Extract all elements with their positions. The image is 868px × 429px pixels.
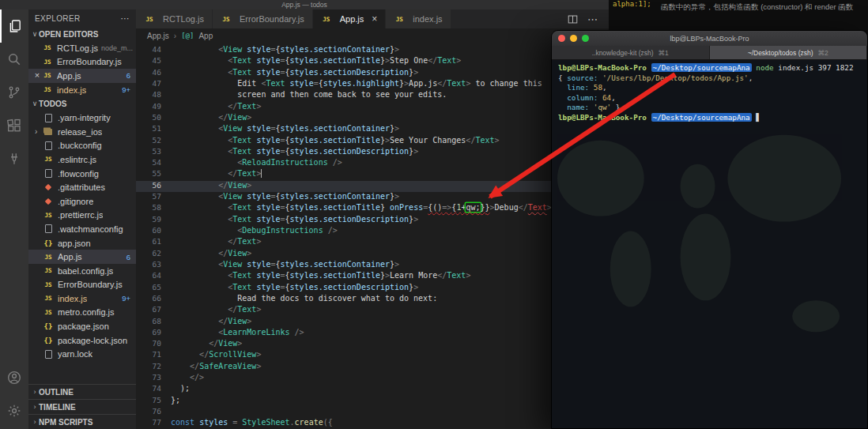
code-token: < bbox=[171, 226, 242, 235]
split-editor-icon[interactable] bbox=[568, 14, 578, 24]
source-control-icon[interactable] bbox=[0, 76, 28, 109]
close-window-button[interactable] bbox=[558, 35, 565, 42]
minimize-window-button[interactable] bbox=[570, 35, 577, 42]
terminal-token: line: bbox=[567, 83, 589, 92]
folder-header[interactable]: ∨ TODOS bbox=[28, 96, 136, 111]
open-editor-item[interactable]: ×JSApp.js6 bbox=[28, 69, 136, 83]
breadcrumb-symbol[interactable]: App bbox=[198, 32, 213, 40]
extensions-icon[interactable] bbox=[0, 109, 28, 142]
code-token: Text bbox=[232, 56, 251, 65]
code-token: < bbox=[171, 271, 232, 280]
explorer-icon[interactable] bbox=[0, 9, 28, 43]
terminal-titlebar[interactable]: lbp@LBPs-MacBook-Pro bbox=[552, 31, 867, 46]
line-number: 59 bbox=[136, 215, 171, 226]
tree-item[interactable]: .yarn-integrity bbox=[28, 111, 136, 125]
panel-npm-scripts[interactable]: ›NPM SCRIPTS bbox=[28, 414, 136, 429]
activity-bar bbox=[0, 9, 28, 429]
tab-rctlog.js[interactable]: JSRCTLog.js bbox=[136, 9, 213, 28]
tab-index.js[interactable]: JSindex.js bbox=[386, 9, 451, 28]
tree-item[interactable]: JSindex.js9+ bbox=[28, 292, 136, 306]
code-text: const styles = StyleSheet.create({ bbox=[171, 418, 333, 429]
tree-item[interactable]: JS.prettierrc.js bbox=[28, 209, 136, 223]
tree-item[interactable]: .gitignore bbox=[28, 194, 136, 209]
open-editors-header[interactable]: ∨ OPEN EDITORS bbox=[28, 27, 136, 41]
line-number: 61 bbox=[136, 237, 171, 248]
line-number: 44 bbox=[136, 45, 171, 56]
file-name: App.js bbox=[58, 252, 82, 262]
line-number: 49 bbox=[136, 102, 171, 113]
breadcrumb: App.js › [@] App bbox=[136, 28, 609, 43]
folder-label: TODOS bbox=[39, 100, 66, 108]
search-icon[interactable] bbox=[0, 43, 28, 76]
terminal-tab-shortcut: ⌘2 bbox=[818, 49, 828, 57]
terminal-token: index.js bbox=[778, 63, 813, 72]
code-token: styles.highlight bbox=[323, 79, 399, 88]
open-editor-item[interactable]: JSindex.js9+ bbox=[28, 83, 136, 97]
path-chip: ~/Desktop/sourcemapAna bbox=[651, 113, 752, 122]
code-text: }; bbox=[171, 396, 180, 407]
terminal-body[interactable]: lbp@LBPs-MacBook-Pro ~/Desktop/sourcemap… bbox=[552, 60, 867, 429]
tree-item[interactable]: {}package.json bbox=[28, 319, 136, 333]
line-number: 51 bbox=[136, 124, 171, 135]
tree-item[interactable]: .flowconfig bbox=[28, 167, 136, 181]
line-number: 52 bbox=[136, 136, 171, 147]
terminal-tab[interactable]: ~/Desktop/todos (zsh)⌘2 bbox=[710, 46, 868, 59]
open-editor-item[interactable]: JSErrorBoundary.js bbox=[28, 55, 136, 70]
panel-timeline[interactable]: ›TIMELINE bbox=[28, 399, 136, 414]
open-editor-item[interactable]: JSRCTLog.jsnode_m... bbox=[28, 41, 136, 55]
remote-icon[interactable] bbox=[0, 142, 28, 175]
code-token: style bbox=[256, 283, 280, 292]
breadcrumb-file[interactable]: App.js bbox=[147, 32, 169, 40]
tab-app.js[interactable]: JSApp.js× bbox=[313, 9, 387, 28]
tree-item[interactable]: yarn.lock bbox=[28, 347, 136, 361]
file-name: babel.config.js bbox=[58, 266, 113, 276]
code-token: Text bbox=[232, 215, 251, 224]
tree-item[interactable]: JSApp.js6 bbox=[28, 250, 136, 264]
code-token: Text bbox=[266, 79, 285, 88]
tree-item[interactable]: .gitattributes bbox=[28, 180, 136, 194]
tree-item[interactable]: JSErrorBoundary.js bbox=[28, 278, 136, 292]
more-actions-icon[interactable]: ⋯ bbox=[121, 13, 130, 24]
code-text: <ReloadInstructions /> bbox=[171, 158, 342, 169]
zoom-window-button[interactable] bbox=[582, 35, 589, 42]
panel-label: NPM SCRIPTS bbox=[39, 418, 92, 427]
tree-item[interactable]: JSbabel.config.js bbox=[28, 264, 136, 278]
code-token: </ bbox=[437, 271, 447, 280]
tree-item[interactable]: .watchmanconfig bbox=[28, 222, 136, 236]
settings-icon[interactable] bbox=[0, 394, 28, 427]
code-token: style bbox=[247, 192, 270, 201]
tree-item[interactable]: JSmetro.config.js bbox=[28, 306, 136, 320]
code-token: View bbox=[228, 181, 247, 190]
more-actions-icon[interactable]: ⋯ bbox=[587, 13, 598, 25]
terminal-tab[interactable]: ..knowledge-kit (zsh)⌘1 bbox=[552, 46, 710, 59]
terminal-token: source: bbox=[567, 73, 598, 82]
code-token: Edit bbox=[171, 79, 261, 88]
tab-errorboundary.js[interactable]: JSErrorBoundary.js bbox=[213, 9, 313, 28]
tree-item[interactable]: {}package-lock.json bbox=[28, 333, 136, 348]
terminal-token: , bbox=[602, 83, 607, 92]
tree-item[interactable]: JS.eslintrc.js bbox=[28, 152, 136, 167]
code-token: style bbox=[256, 56, 280, 65]
tree-item[interactable]: {}app.json bbox=[28, 236, 136, 250]
tree-item[interactable]: ›release_ios bbox=[28, 125, 136, 139]
code-text: </View> bbox=[171, 249, 251, 260]
code-token: Text bbox=[237, 237, 256, 246]
code-token: Text bbox=[232, 147, 251, 156]
code-token: Learn More bbox=[390, 271, 437, 280]
code-token: View bbox=[223, 45, 242, 54]
account-icon[interactable] bbox=[0, 361, 28, 394]
code-token: styles.sectionDescription bbox=[290, 283, 409, 292]
close-icon[interactable]: × bbox=[372, 14, 377, 24]
line-number: 45 bbox=[136, 56, 171, 67]
close-icon[interactable]: × bbox=[32, 71, 42, 80]
panel-label: OUTLINE bbox=[39, 388, 74, 397]
code-text: <View style={styles.sectionContainer}> bbox=[171, 260, 399, 271]
code-text: <View style={styles.sectionContainer}> bbox=[171, 45, 399, 56]
panel-outline[interactable]: ›OUTLINE bbox=[28, 384, 136, 399]
code-token: > bbox=[247, 317, 251, 326]
terminal-token bbox=[558, 93, 567, 102]
tree-item[interactable]: .buckconfig bbox=[28, 139, 136, 153]
window-titlebar[interactable]: App.js — todos bbox=[0, 0, 609, 9]
code-token: Text bbox=[232, 136, 251, 145]
code-token: style bbox=[256, 136, 280, 145]
